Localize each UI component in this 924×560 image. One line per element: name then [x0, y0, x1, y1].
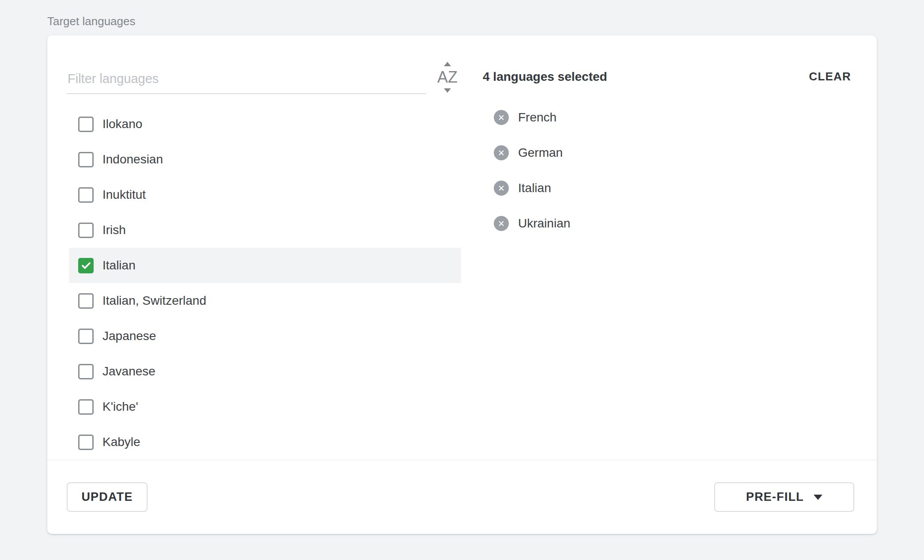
selected-language-french: ✕ French — [494, 100, 852, 135]
selected-language-list: ✕ French ✕ German ✕ Italian ✕ Ukrainian — [494, 100, 852, 241]
checkbox-unchecked[interactable] — [78, 223, 94, 238]
language-row-inuktitut[interactable]: Inuktitut — [69, 177, 461, 212]
filter-languages-input[interactable] — [67, 72, 426, 94]
prefill-button[interactable]: PRE-FILL — [714, 482, 854, 512]
checkbox-unchecked[interactable] — [78, 435, 94, 450]
update-button-label: UPDATE — [81, 490, 133, 504]
language-label: Italian — [102, 258, 136, 272]
checkbox-unchecked[interactable] — [78, 152, 94, 167]
language-label: Japanese — [102, 329, 156, 343]
selected-count-label: 4 languages selected — [483, 70, 607, 84]
target-languages-card: AZ Ilokano Indonesian Inukt — [47, 35, 877, 534]
language-label: Ilokano — [102, 117, 142, 131]
language-label: Indonesian — [102, 152, 163, 166]
language-row-japanese[interactable]: Japanese — [69, 318, 461, 354]
language-label: Inuktitut — [102, 188, 146, 202]
selected-language-label: Ukrainian — [518, 216, 570, 231]
page: Target languages AZ Ilokano — [0, 0, 924, 534]
checkbox-unchecked[interactable] — [78, 293, 94, 309]
selected-language-label: German — [518, 146, 563, 160]
selected-languages-pane: 4 languages selected CLEAR ✕ French ✕ Ge… — [462, 35, 877, 460]
language-list: Ilokano Indonesian Inuktitut Irish — [67, 106, 462, 460]
language-label: Italian, Switzerland — [102, 294, 206, 308]
checkbox-unchecked[interactable] — [78, 117, 94, 132]
checkbox-unchecked[interactable] — [78, 364, 94, 379]
selected-language-german: ✕ German — [494, 135, 852, 170]
selected-language-italian: ✕ Italian — [494, 170, 852, 206]
language-label: Irish — [102, 223, 126, 237]
language-label: K'iche' — [102, 400, 138, 414]
language-label: Kabyle — [102, 435, 140, 449]
update-button[interactable]: UPDATE — [67, 482, 148, 512]
sort-alphabetical-icon[interactable]: AZ — [433, 61, 462, 93]
language-row-kabyle[interactable]: Kabyle — [69, 424, 461, 460]
language-row-italian-switzerland[interactable]: Italian, Switzerland — [69, 283, 461, 318]
sort-arrow-up-icon — [444, 62, 451, 66]
language-filter-pane: AZ Ilokano Indonesian Inukt — [47, 35, 462, 460]
page-title: Target languages — [47, 15, 924, 28]
remove-french-icon[interactable]: ✕ — [494, 110, 509, 125]
filter-row: AZ — [67, 57, 462, 94]
clear-button[interactable]: CLEAR — [808, 68, 852, 85]
card-footer: UPDATE PRE-FILL — [47, 460, 877, 534]
language-row-irish[interactable]: Irish — [69, 212, 461, 248]
language-row-javanese[interactable]: Javanese — [69, 354, 461, 389]
language-label: Javanese — [102, 364, 155, 378]
remove-german-icon[interactable]: ✕ — [494, 145, 509, 160]
chevron-down-icon — [814, 495, 822, 500]
selected-language-label: French — [518, 110, 557, 125]
selected-header: 4 languages selected CLEAR — [483, 59, 852, 94]
selected-language-label: Italian — [518, 181, 551, 195]
sort-arrow-down-icon — [444, 88, 451, 93]
checkbox-unchecked[interactable] — [78, 187, 94, 203]
sort-letters: AZ — [437, 68, 458, 87]
language-row-italian[interactable]: Italian — [69, 248, 461, 283]
checkbox-unchecked[interactable] — [78, 329, 94, 344]
language-row-ilokano[interactable]: Ilokano — [69, 106, 461, 142]
language-row-indonesian[interactable]: Indonesian — [69, 142, 461, 177]
checkmark-icon — [80, 260, 92, 271]
checkbox-unchecked[interactable] — [78, 399, 94, 415]
remove-ukrainian-icon[interactable]: ✕ — [494, 216, 509, 231]
language-row-kiche[interactable]: K'iche' — [69, 389, 461, 424]
prefill-button-label: PRE-FILL — [746, 490, 804, 504]
checkbox-checked[interactable] — [78, 258, 94, 273]
remove-italian-icon[interactable]: ✕ — [494, 181, 509, 196]
selected-language-ukrainian: ✕ Ukrainian — [494, 206, 852, 241]
card-body: AZ Ilokano Indonesian Inukt — [47, 35, 877, 460]
